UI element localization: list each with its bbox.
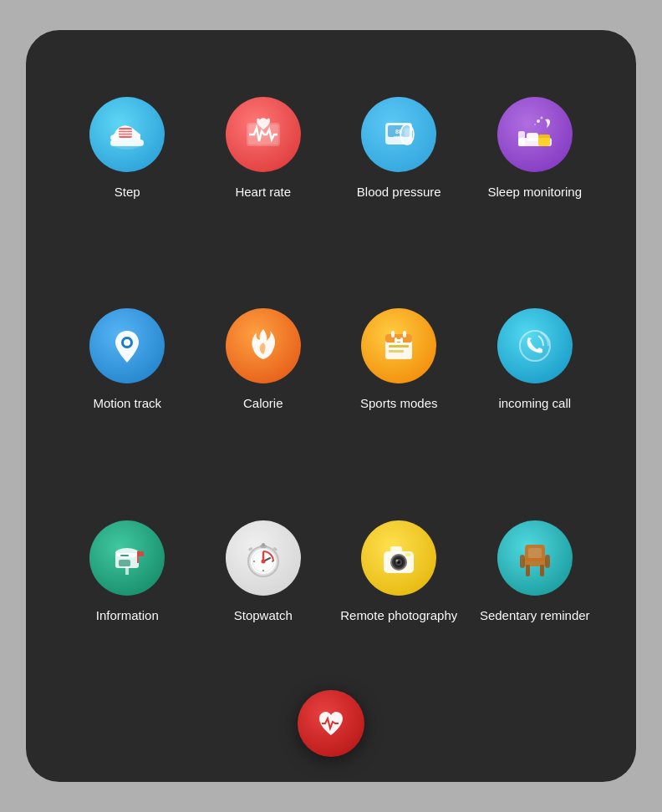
location-icon: [89, 308, 165, 383]
stopwatch-icon: [226, 520, 301, 596]
calorie-label: Calorie: [243, 395, 283, 412]
svg-rect-15: [405, 128, 410, 141]
sports-icon: [361, 308, 436, 383]
svg-rect-71: [528, 548, 542, 558]
svg-rect-33: [400, 337, 403, 343]
svg-rect-27: [391, 331, 395, 337]
sedentary-reminder-item[interactable]: Sedentary reminder: [467, 504, 603, 715]
svg-rect-41: [120, 555, 129, 556]
svg-point-55: [261, 559, 265, 563]
svg-point-37: [115, 548, 139, 558]
information-label: Information: [96, 607, 159, 624]
svg-rect-30: [389, 350, 404, 353]
svg-rect-40: [137, 551, 144, 556]
sneaker-icon: [89, 97, 165, 172]
svg-point-22: [534, 124, 536, 125]
svg-point-6: [110, 134, 119, 141]
step-label: Step: [115, 184, 140, 200]
svg-rect-67: [526, 565, 530, 576]
svg-rect-19: [538, 134, 550, 146]
blood-pressure-label: Blood pressure: [357, 184, 441, 200]
app-grid: Step Heart rate: [59, 80, 603, 715]
flame-icon: [226, 308, 301, 383]
phone-icon: [497, 308, 573, 383]
stopwatch-label: Stopwatch: [234, 607, 293, 624]
svg-rect-69: [520, 555, 525, 568]
motion-track-item[interactable]: Motion track: [59, 292, 196, 503]
remote-photography-item[interactable]: Remote photography: [331, 504, 467, 715]
remote-photography-label: Remote photography: [340, 607, 457, 624]
sleep-monitoring-item[interactable]: Sleep monitoring: [467, 80, 603, 292]
heart-rate-label: Heart rate: [235, 184, 291, 200]
motion-track-label: Motion track: [93, 395, 161, 412]
svg-rect-29: [389, 345, 409, 348]
blood-pressure-icon: 88 120: [361, 97, 436, 172]
stopwatch-item[interactable]: Stopwatch: [196, 504, 332, 715]
camera-icon: [361, 520, 436, 596]
heart-health-icon: [313, 705, 349, 742]
device-card: Step Heart rate: [26, 30, 636, 782]
heart-rate-icon: [226, 97, 301, 172]
sleep-icon: [497, 97, 573, 172]
heart-health-fab[interactable]: [298, 690, 364, 757]
svg-rect-64: [405, 553, 410, 556]
incoming-call-label: incoming call: [498, 395, 571, 412]
sports-modes-label: Sports modes: [360, 395, 438, 412]
svg-point-63: [396, 559, 399, 561]
blood-pressure-item[interactable]: 88 120 Blood pressure: [331, 80, 467, 292]
svg-rect-32: [395, 337, 397, 343]
svg-point-24: [124, 339, 130, 346]
sports-modes-item[interactable]: Sports modes: [331, 292, 467, 503]
calorie-item[interactable]: Calorie: [196, 292, 332, 503]
heart-rate-item[interactable]: Heart rate: [196, 80, 332, 292]
svg-rect-57: [390, 546, 402, 553]
svg-rect-70: [545, 555, 550, 568]
svg-rect-17: [518, 131, 525, 146]
svg-rect-68: [540, 565, 544, 576]
mailbox-icon: [89, 520, 165, 596]
svg-point-20: [537, 119, 540, 123]
sedentary-reminder-label: Sedentary reminder: [480, 607, 590, 624]
sleep-monitoring-label: Sleep monitoring: [487, 184, 582, 200]
svg-rect-18: [527, 133, 538, 141]
svg-point-34: [520, 331, 550, 361]
svg-rect-38: [119, 560, 130, 566]
svg-rect-28: [403, 331, 406, 337]
chair-icon: [497, 520, 573, 596]
information-item[interactable]: Information: [59, 504, 196, 715]
svg-rect-45: [262, 543, 265, 546]
incoming-call-item[interactable]: incoming call: [467, 292, 603, 503]
step-item[interactable]: Step: [59, 80, 196, 292]
svg-point-21: [540, 117, 542, 119]
